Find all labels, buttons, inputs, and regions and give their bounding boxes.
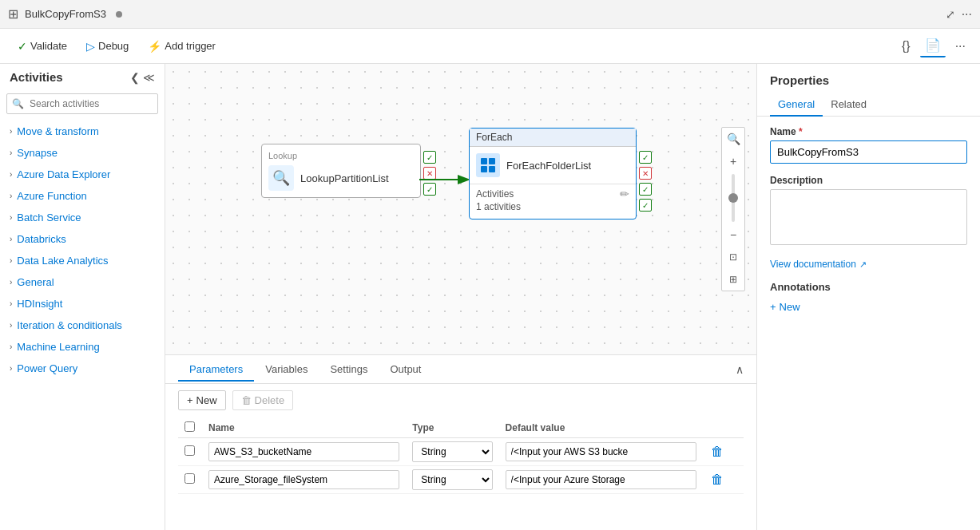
sidebar-item-machine-learning[interactable]: › Machine Learning	[0, 336, 165, 358]
sidebar-item-general[interactable]: › General	[0, 271, 165, 293]
row1-type-cell: String Int Bool	[406, 438, 498, 466]
check-complete[interactable]: ✓	[639, 183, 652, 196]
row2-name-input[interactable]	[208, 470, 399, 489]
more-toolbar-button[interactable]: ···	[950, 36, 970, 57]
zoom-out-button[interactable]: −	[724, 225, 743, 244]
foreach-activities: Activities ✏ 1 activities	[470, 184, 636, 219]
row-checkbox-cell	[178, 438, 202, 466]
sidebar-title: Activities	[10, 70, 63, 84]
edit-icon[interactable]: ✏	[620, 188, 629, 200]
more-options-icon[interactable]: ···	[962, 7, 972, 22]
check-success[interactable]: ✓	[639, 151, 652, 164]
check-success[interactable]: ✓	[423, 151, 436, 164]
row1-delete-cell: 🗑	[703, 438, 744, 466]
row1-name-cell	[202, 438, 406, 466]
sidebar-item-synapse[interactable]: › Synapse	[0, 142, 165, 164]
col-default-header: Default value	[499, 418, 703, 438]
sidebar-item-label: Databricks	[17, 233, 65, 245]
check-fail[interactable]: ✕	[423, 167, 436, 180]
check-skip[interactable]: ✓	[639, 199, 652, 212]
delete-parameter-button[interactable]: 🗑 Delete	[232, 390, 294, 410]
trigger-icon: ⚡	[148, 40, 161, 53]
row2-default-cell	[499, 466, 703, 494]
toolbar: ✓ Validate ▷ Debug ⚡ Add trigger {} 📄 ··…	[0, 29, 980, 64]
lookup-node[interactable]: Lookup 🔍 LookupPartitionList ✓ ✕ ✓	[261, 144, 421, 198]
check-fail[interactable]: ✕	[639, 167, 652, 180]
svg-rect-2	[489, 158, 495, 164]
document-view-button[interactable]: 📄	[920, 34, 946, 57]
check-complete[interactable]: ✓	[423, 183, 436, 196]
row2-delete-button[interactable]: 🗑	[709, 471, 725, 488]
tab-variables[interactable]: Variables	[254, 358, 319, 382]
props-tab-related[interactable]: Related	[823, 93, 875, 117]
zoom-in-button[interactable]: +	[724, 152, 743, 171]
sidebar-item-data-lake[interactable]: › Data Lake Analytics	[0, 250, 165, 271]
code-view-button[interactable]: {}	[897, 36, 915, 57]
external-link-icon: ↗	[859, 259, 867, 270]
fit-to-screen-button[interactable]: ⊡	[724, 247, 743, 267]
tab-output[interactable]: Output	[379, 358, 432, 382]
row1-checkbox[interactable]	[184, 445, 195, 456]
row1-name-input[interactable]	[208, 442, 399, 461]
activities-count: 1 activities	[476, 201, 521, 212]
name-required: *	[799, 126, 803, 137]
props-tab-general[interactable]: General	[770, 93, 823, 117]
view-documentation-link[interactable]: View documentation ↗	[770, 259, 967, 270]
search-canvas-button[interactable]: 🔍	[724, 129, 743, 148]
row1-delete-button[interactable]: 🗑	[709, 443, 725, 461]
lookup-node-body: 🔍 LookupPartitionList	[268, 165, 414, 191]
sidebar-item-hdinsight[interactable]: › HDInsight	[0, 293, 165, 314]
sidebar-actions: ❮ ≪	[130, 71, 155, 84]
chevron-icon: ›	[10, 170, 12, 179]
row2-type-cell: String Int Bool	[406, 466, 498, 494]
auto-layout-button[interactable]: ⊞	[724, 270, 743, 289]
sidebar-item-azure-function[interactable]: › Azure Function	[0, 185, 165, 207]
search-icon: 🔍	[12, 98, 24, 109]
description-label: Description	[770, 175, 967, 186]
tab-parameters[interactable]: Parameters	[178, 358, 254, 382]
foreach-node-header: ForEach	[470, 129, 636, 147]
validate-button[interactable]: ✓ Validate	[10, 37, 75, 56]
sidebar-item-move-transform[interactable]: › Move & transform	[0, 121, 165, 142]
debug-button[interactable]: ▷ Debug	[78, 37, 137, 56]
canvas-main[interactable]: Lookup 🔍 LookupPartitionList ✓ ✕ ✓	[165, 64, 756, 354]
top-bar: ⊞ BulkCopyFromS3 ⤢ ···	[0, 0, 980, 29]
col-name-header: Name	[202, 418, 406, 438]
description-textarea[interactable]	[770, 189, 967, 245]
new-annotation-button[interactable]: + New	[770, 299, 800, 314]
foreach-node[interactable]: ForEach ForEachFolderList	[469, 128, 637, 220]
sidebar-item-label: Data Lake Analytics	[17, 255, 108, 267]
svg-rect-3	[481, 166, 487, 172]
row1-type-select[interactable]: String Int Bool	[412, 441, 492, 462]
tab-settings[interactable]: Settings	[319, 358, 379, 382]
sidebar-item-iteration[interactable]: › Iteration & conditionals	[0, 314, 165, 336]
chevron-icon: ›	[10, 235, 12, 243]
collapse-all-icon[interactable]: ≪	[143, 71, 155, 84]
select-all-checkbox[interactable]	[184, 421, 195, 432]
new-parameter-button[interactable]: + New	[178, 390, 226, 410]
foreach-node-checks: ✓ ✕ ✓ ✓	[639, 151, 652, 212]
sidebar-item-azure-data-explorer[interactable]: › Azure Data Explorer	[0, 164, 165, 185]
search-input[interactable]	[6, 93, 158, 114]
row2-checkbox[interactable]	[184, 473, 195, 484]
sidebar-item-label: HDInsight	[17, 298, 62, 310]
row2-delete-cell: 🗑	[703, 466, 744, 494]
foreach-node-body: ForEachFolderList	[470, 147, 636, 184]
row1-default-input[interactable]	[506, 442, 696, 461]
lookup-node-checks: ✓ ✕ ✓	[423, 151, 436, 196]
collapse-icon[interactable]: ❮	[130, 71, 140, 84]
collapse-panel-icon[interactable]: ∧	[736, 363, 744, 376]
row2-type-select[interactable]: String Int Bool	[412, 469, 492, 490]
canvas-controls: 🔍 + − ⊡ ⊞	[721, 127, 745, 291]
sidebar-item-databricks[interactable]: › Databricks	[0, 228, 165, 250]
row2-default-input[interactable]	[506, 470, 696, 489]
add-trigger-button[interactable]: ⚡ Add trigger	[140, 37, 224, 56]
expand-icon[interactable]: ⤢	[946, 8, 955, 21]
chevron-icon: ›	[10, 213, 12, 222]
name-input[interactable]	[770, 140, 967, 164]
sidebar-item-power-query[interactable]: › Power Query	[0, 358, 165, 379]
parameters-table: Name Type Default value	[178, 418, 744, 494]
sidebar-item-batch-service[interactable]: › Batch Service	[0, 207, 165, 228]
chevron-icon: ›	[10, 127, 12, 136]
zoom-slider[interactable]	[732, 174, 735, 222]
